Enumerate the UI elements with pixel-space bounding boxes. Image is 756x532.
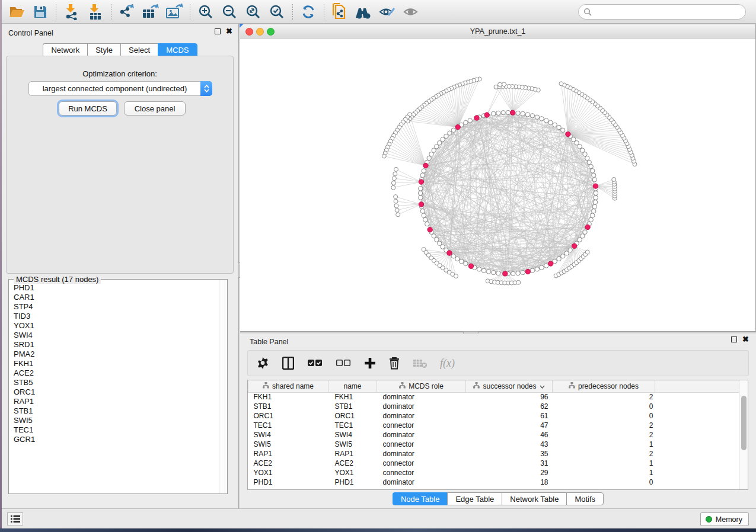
graph-node[interactable] <box>448 131 452 135</box>
mcds-result-item[interactable]: PMA2 <box>14 350 218 359</box>
graph-node[interactable] <box>438 141 442 145</box>
graph-node[interactable] <box>540 265 544 270</box>
graph-node[interactable] <box>521 270 525 274</box>
graph-node[interactable] <box>568 248 572 252</box>
graph-node[interactable] <box>422 169 426 173</box>
graph-node[interactable] <box>464 261 468 265</box>
mcds-result-item[interactable]: TID3 <box>14 312 218 321</box>
zoom-selected-icon[interactable] <box>267 3 287 21</box>
graph-node[interactable] <box>535 267 539 271</box>
graph-node[interactable] <box>435 238 439 242</box>
mcds-result-item[interactable]: SWI4 <box>14 331 218 340</box>
mcds-result-item[interactable]: STB1 <box>14 406 218 416</box>
graph-node[interactable] <box>394 199 398 203</box>
graph-dominator-node[interactable] <box>511 110 515 115</box>
graph-node[interactable] <box>580 234 585 238</box>
graph-dominator-node[interactable] <box>419 202 423 207</box>
graph-node[interactable] <box>559 82 563 86</box>
graph-node[interactable] <box>455 257 460 261</box>
graph-node[interactable] <box>557 125 561 129</box>
graph-node[interactable] <box>486 270 490 274</box>
graph-node[interactable] <box>594 196 598 200</box>
graph-node[interactable] <box>394 195 398 199</box>
run-mcds-button[interactable]: Run MCDS <box>59 101 117 116</box>
graph-node[interactable] <box>585 250 589 254</box>
mcds-result-scrollbar[interactable] <box>219 280 227 493</box>
graph-node[interactable] <box>420 209 425 213</box>
graph-node[interactable] <box>511 271 515 275</box>
tab-network[interactable]: Network <box>43 43 87 56</box>
columns-icon[interactable] <box>282 354 294 372</box>
graph-node[interactable] <box>492 111 496 116</box>
graph-node[interactable] <box>548 120 553 124</box>
deselect-all-icon[interactable] <box>336 354 351 372</box>
graph-dominator-node[interactable] <box>548 261 553 266</box>
graph-node[interactable] <box>521 111 525 116</box>
graph-node[interactable] <box>444 134 448 138</box>
graph-node[interactable] <box>506 110 510 114</box>
graph-dominator-node[interactable] <box>447 251 452 255</box>
export-network-icon[interactable] <box>117 3 137 21</box>
table-row[interactable]: ORC1ORC1dominator610 <box>248 411 740 421</box>
export-table-icon[interactable] <box>141 3 161 21</box>
graph-node[interactable] <box>561 254 565 258</box>
binoculars-icon[interactable] <box>353 3 374 21</box>
refresh-icon[interactable] <box>298 3 318 21</box>
graph-node[interactable] <box>441 245 445 249</box>
graph-node[interactable] <box>460 259 464 263</box>
graph-dominator-node[interactable] <box>468 264 473 268</box>
tab-mcds[interactable]: MCDS <box>158 43 197 56</box>
mcds-result-item[interactable]: SRD1 <box>14 340 218 350</box>
graph-node[interactable] <box>516 271 520 275</box>
mcds-result-item[interactable]: GCR1 <box>14 435 218 444</box>
graph-node[interactable] <box>395 208 399 212</box>
graph-node[interactable] <box>435 145 439 149</box>
graph-node[interactable] <box>587 160 591 164</box>
graph-node[interactable] <box>557 257 561 261</box>
column-header-successor-nodes[interactable]: successor nodes <box>466 380 553 392</box>
function-builder-icon[interactable]: f(x) <box>440 354 455 372</box>
graph-node[interactable] <box>572 137 576 142</box>
float-panel-icon[interactable] <box>731 336 737 342</box>
graph-node[interactable] <box>419 196 423 200</box>
float-panel-icon[interactable] <box>215 28 221 34</box>
graph-node[interactable] <box>589 164 593 168</box>
graph-node[interactable] <box>585 156 589 160</box>
gear-icon[interactable] <box>256 354 269 372</box>
table-row[interactable]: SWI4SWI4dominator462 <box>248 430 740 440</box>
table-row[interactable]: PHD1PHD1dominator180 <box>248 477 740 487</box>
graph-node[interactable] <box>496 271 500 275</box>
graph-node[interactable] <box>502 82 506 86</box>
graph-node[interactable] <box>464 120 468 124</box>
graph-dominator-node[interactable] <box>419 180 423 184</box>
mcds-result-item[interactable]: ACE2 <box>14 368 218 378</box>
graph-node[interactable] <box>481 268 486 273</box>
graph-node[interactable] <box>540 117 544 121</box>
close-panel-button[interactable]: Close panel <box>124 101 186 116</box>
mcds-result-item[interactable]: PHD1 <box>14 283 218 293</box>
node-table-grid[interactable]: shared namenameMCDS rolesuccessor nodesp… <box>248 380 740 487</box>
graph-dominator-node[interactable] <box>484 113 489 117</box>
graph-node[interactable] <box>422 213 426 217</box>
graph-node[interactable] <box>516 280 521 284</box>
column-header-predecessor-nodes[interactable]: predecessor nodes <box>553 380 655 392</box>
graph-node[interactable] <box>592 173 596 177</box>
graph-node[interactable] <box>593 200 597 204</box>
zoom-in-icon[interactable] <box>196 3 216 21</box>
column-header-name[interactable]: name <box>328 380 377 392</box>
table-row[interactable]: TEC1TEC1connector472 <box>248 421 740 430</box>
graph-node[interactable] <box>516 111 520 115</box>
mcds-result-item[interactable]: RAP1 <box>14 397 218 406</box>
table-row[interactable]: STB1STB1dominator620 <box>248 402 740 411</box>
tab-edge-table[interactable]: Edge Table <box>447 492 502 505</box>
graph-node[interactable] <box>592 204 596 209</box>
graph-node[interactable] <box>591 213 595 217</box>
show-graphics-details-icon[interactable] <box>401 3 421 21</box>
graph-node[interactable] <box>392 177 396 181</box>
graph-node[interactable] <box>530 114 534 118</box>
graph-node[interactable] <box>396 213 400 217</box>
mcds-result-item[interactable]: SWI5 <box>14 416 218 425</box>
graph-node[interactable] <box>454 274 458 278</box>
graph-node[interactable] <box>589 217 593 222</box>
zoom-fit-icon[interactable] <box>243 3 263 21</box>
